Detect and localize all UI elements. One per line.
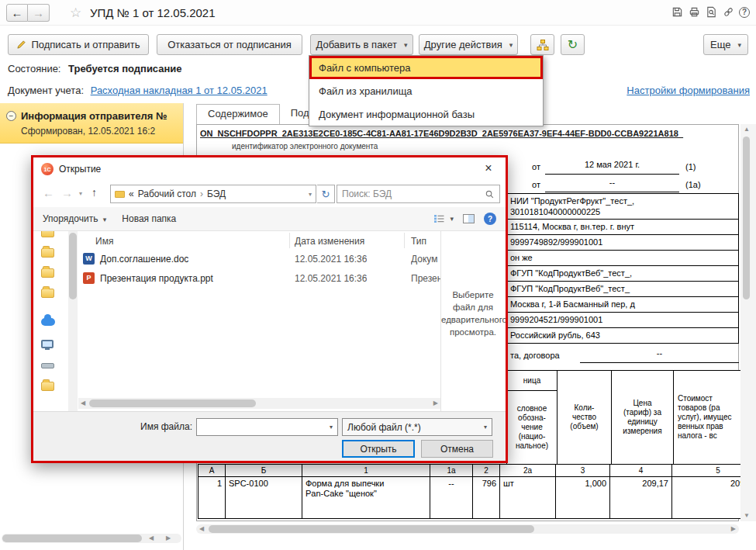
dialog-forward-button[interactable]: → <box>61 186 73 199</box>
menu-item-file-from-storage[interactable]: Файл из хранилища <box>309 79 543 102</box>
scroll-left-icon[interactable]: ◀ <box>149 535 154 541</box>
left-panel-hscroll-thumb[interactable] <box>2 534 142 542</box>
sign-pen-icon <box>16 40 26 50</box>
sign-send-button[interactable]: Подписать и отправить <box>8 34 149 55</box>
scroll-right-icon[interactable]: ▶ <box>433 400 438 406</box>
new-folder-button[interactable]: Новая папка <box>122 213 176 224</box>
help-icon[interactable]: ? <box>739 7 750 18</box>
scroll-right-icon[interactable]: ▶ <box>731 526 736 532</box>
more-label: Еще <box>710 39 730 50</box>
view-mode-button[interactable]: ▾ <box>433 214 454 223</box>
breadcrumb-separator: › <box>200 189 203 199</box>
index-cell: 2 <box>472 464 500 477</box>
column-header-modified[interactable]: Дата изменения <box>295 236 364 247</box>
forward-button[interactable]: → <box>28 4 50 22</box>
sidebar-vscrollbar[interactable] <box>68 231 78 411</box>
scroll-down-icon[interactable]: ▼ <box>744 513 750 519</box>
correction-date-label: от <box>532 180 540 189</box>
org-structure-button[interactable] <box>530 34 554 55</box>
preview-pane-text: Выберите файл для едварительного просмот… <box>441 289 505 338</box>
dialog-search-input[interactable]: Поиск: БЭД <box>337 185 500 203</box>
status-value: Требуется подписание <box>68 63 181 74</box>
index-cell: 4 <box>609 464 672 477</box>
column-header-name[interactable]: Имя <box>95 236 113 247</box>
buyer-inn-field: 9999204521/999901001 <box>506 312 739 328</box>
sender-info-header[interactable]: − Информация отправителя № Сформирован, … <box>0 103 183 144</box>
refuse-sign-button[interactable]: Отказаться от подписания <box>157 34 302 55</box>
more-button[interactable]: Еще ▾ <box>703 34 748 55</box>
preview-icon[interactable] <box>705 5 718 19</box>
scroll-right-icon[interactable]: ▶ <box>166 535 171 541</box>
sidebar-folder-icon[interactable] <box>41 382 54 391</box>
quantity-header-text: Коли- чество (объем) <box>570 403 598 431</box>
scroll-left-icon[interactable]: ◀ <box>81 400 85 406</box>
menu-item-file-from-computer[interactable]: Файл с компьютера <box>309 56 543 79</box>
scroll-left-icon[interactable]: ◀ <box>199 526 204 532</box>
content-hscroll-thumb[interactable] <box>209 525 534 533</box>
payment-doc-label: та, договора <box>510 351 560 360</box>
content-vscrollbar[interactable]: ▲ ▼ <box>740 124 756 521</box>
index-cell: 1а <box>430 464 473 477</box>
unit-header-cell: ница <box>506 370 558 391</box>
cancel-button[interactable]: Отмена <box>421 440 493 458</box>
source-document-link[interactable]: Расходная накладная 1 от 12.05.2021 <box>91 85 268 96</box>
address-dropdown-icon[interactable]: ▾ <box>309 191 312 198</box>
column-header-type[interactable]: Тип <box>411 236 426 247</box>
breadcrumb-desktop[interactable]: Рабочий стол <box>138 189 196 199</box>
folder-icon <box>115 191 125 198</box>
save-icon[interactable] <box>671 5 684 19</box>
sidebar-folder-icon[interactable] <box>41 289 54 298</box>
index-cell: Б <box>225 464 302 477</box>
dialog-history-chevron-icon[interactable]: ▾ <box>79 190 82 197</box>
content-hscrollbar[interactable]: ◀ ▶ <box>196 524 739 534</box>
dialog-close-button[interactable]: × <box>471 157 506 179</box>
collapse-icon[interactable]: − <box>6 111 16 121</box>
link-icon[interactable] <box>722 5 735 19</box>
content-vscroll-thumb[interactable] <box>743 137 750 299</box>
sidebar-onedrive-icon[interactable] <box>41 318 55 326</box>
buyer-address-field: Москва г, 1-й Басманный пер, д <box>506 296 739 313</box>
sidebar-vscroll-thumb[interactable] <box>69 233 77 299</box>
file-list-hscroll-thumb[interactable] <box>89 400 256 407</box>
search-placeholder: Поиск: БЭД <box>342 189 392 199</box>
refresh-button[interactable]: ↻ <box>561 34 585 55</box>
dialog-refresh-button[interactable]: ↻ <box>317 185 335 203</box>
menu-item-infobase-document[interactable]: Документ информационной базы <box>309 102 543 126</box>
breadcrumb-chevron[interactable]: « <box>129 189 134 199</box>
dialog-help-icon[interactable]: ? <box>484 213 496 225</box>
filename-input[interactable]: ▾ <box>196 418 338 436</box>
sidebar-folder-icon[interactable] <box>41 248 54 258</box>
cost-header-text: Стоимост товаров (ра услуг), имущес венн… <box>678 394 732 441</box>
other-actions-button[interactable]: Другие действия ▾ <box>419 34 518 55</box>
organize-button[interactable]: Упорядочить ▾ <box>43 213 106 224</box>
seller-address-field: 115114, Москва г, вн.тер. г. внут <box>506 219 739 235</box>
sender-info-subtitle: Сформирован, 12.05.2021 16:2 <box>21 126 180 137</box>
consignor-field: он же <box>506 250 739 266</box>
sidebar-drive-icon[interactable] <box>41 363 54 368</box>
scroll-up-icon[interactable]: ▲ <box>744 126 750 133</box>
address-bar[interactable]: « Рабочий стол › БЭД ▾ <box>110 185 316 203</box>
chevron-down-icon: ▾ <box>737 41 741 49</box>
preview-pane-button[interactable] <box>463 214 475 223</box>
dialog-up-button[interactable]: ↑ <box>91 186 97 199</box>
sidebar-this-pc-icon[interactable] <box>41 340 54 348</box>
sidebar-folder-icon[interactable] <box>41 231 54 237</box>
file-row-name[interactable]: Доп.соглашение.doc <box>100 254 188 265</box>
file-list-hscrollbar[interactable]: ◀ ▶ <box>78 398 440 409</box>
open-button[interactable]: Открыть <box>342 440 415 458</box>
breadcrumb-current-folder[interactable]: БЭД <box>207 189 226 199</box>
left-panel-hscrollbar[interactable]: ◀ ▶ <box>2 534 181 543</box>
application-window: ← → ☆ УПД № 1 от 12.05.2021 ? Подписать … <box>0 0 756 550</box>
dialog-back-button[interactable]: ← <box>43 186 54 199</box>
formation-settings-link[interactable]: Настройки формирования <box>627 85 750 96</box>
file-row-type: Презен <box>411 273 440 284</box>
back-button[interactable]: ← <box>6 4 28 22</box>
file-row-name[interactable]: Презентация продукта.ppt <box>100 273 213 284</box>
filetype-select[interactable]: Любой файл (*.*) ▾ <box>342 418 492 436</box>
add-to-package-button[interactable]: Добавить в пакет ▾ <box>310 34 413 55</box>
tab-contents[interactable]: Содержимое <box>196 104 280 124</box>
favorite-star-icon[interactable]: ☆ <box>70 5 81 21</box>
print-icon[interactable] <box>688 5 701 19</box>
seller-name-field: НИИ "ПродуктРегФрукт"_тест_, 30101810400… <box>506 193 739 220</box>
sidebar-folder-icon[interactable] <box>41 268 54 278</box>
